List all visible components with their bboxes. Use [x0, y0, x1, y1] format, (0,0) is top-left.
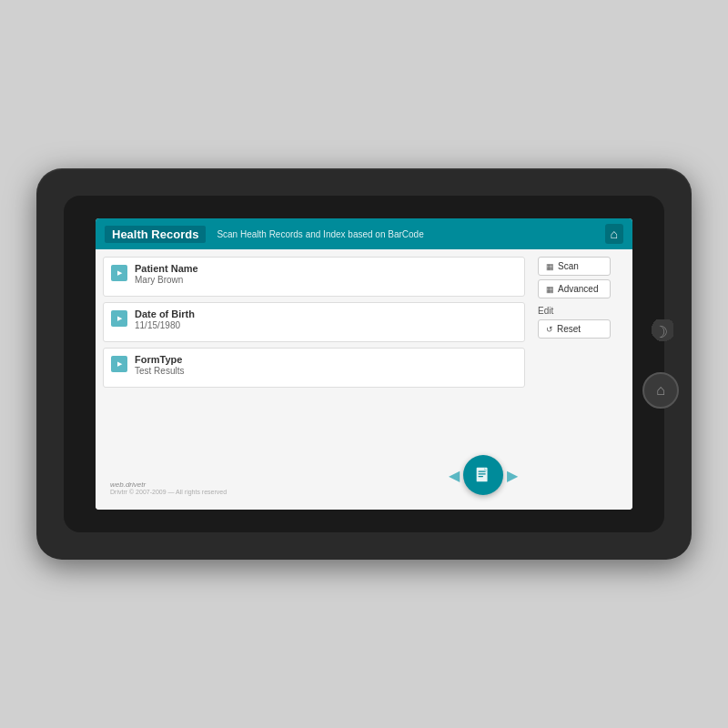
app-header: Health Records Scan Health Records and I…: [96, 218, 632, 249]
device-inner: Health Records Scan Health Records and I…: [64, 196, 664, 532]
formtype-content: FormType Test Results: [135, 354, 517, 376]
advanced-button[interactable]: ▦ Advanced: [538, 279, 611, 298]
reset-button[interactable]: ↺ Reset: [538, 319, 611, 339]
scan-document-icon: [473, 465, 493, 485]
formtype-icon: [111, 356, 127, 372]
patient-name-value: Mary Brown: [135, 275, 517, 285]
formtype-value: Test Results: [135, 366, 517, 376]
dob-icon: [111, 310, 127, 327]
scan-btn-icon: ▦: [546, 262, 554, 271]
dob-value: 11/15/1980: [135, 320, 517, 330]
scan-circle-button[interactable]: [463, 455, 503, 495]
copyright-text: Drivtrr © 2007-2009 — All rights reserve…: [110, 489, 227, 495]
header-home-icon[interactable]: ⌂: [605, 224, 623, 244]
brand-copyright: web.drivetr Drivtrr © 2007-2009 — All ri…: [110, 480, 227, 495]
device-frame: Health Records Scan Health Records and I…: [36, 168, 692, 560]
formtype-row[interactable]: FormType Test Results: [103, 348, 525, 388]
nav-controls: ◀ ▶: [449, 455, 518, 495]
home-button[interactable]: ⌂: [642, 372, 679, 409]
app-subtitle: Scan Health Records and Index based on B…: [217, 229, 604, 239]
svg-rect-1: [479, 470, 486, 471]
footer-area: web.drivetr Drivtrr © 2007-2009 — All ri…: [110, 455, 518, 495]
patient-name-content: Patient Name Mary Brown: [135, 263, 517, 285]
svg-rect-3: [479, 476, 484, 477]
patient-name-icon: [111, 265, 127, 281]
patient-name-label: Patient Name: [135, 263, 517, 274]
device-side-controls: ⌂: [642, 319, 679, 409]
nav-right-arrow[interactable]: ▶: [507, 467, 518, 484]
dob-content: Date of Birth 11/15/1980: [135, 308, 517, 330]
actions-panel: ▦ Scan ▦ Advanced Edit ↺ Reset: [532, 249, 632, 510]
nav-left-arrow[interactable]: ◀: [449, 467, 460, 484]
dob-label: Date of Birth: [135, 308, 517, 319]
moon-button[interactable]: [648, 319, 673, 345]
formtype-label: FormType: [135, 354, 517, 365]
app-title: Health Records: [105, 226, 206, 243]
svg-rect-2: [479, 473, 486, 474]
brand-name: web.drivetr: [110, 480, 227, 489]
scan-button[interactable]: ▦ Scan: [538, 257, 611, 276]
fields-panel: Patient Name Mary Brown Date of Birth 11…: [96, 249, 532, 510]
reset-btn-icon: ↺: [546, 325, 553, 334]
screen: Health Records Scan Health Records and I…: [96, 218, 632, 510]
reset-btn-label: Reset: [557, 324, 581, 334]
scan-btn-label: Scan: [558, 261, 579, 271]
patient-name-row[interactable]: Patient Name Mary Brown: [103, 257, 525, 297]
edit-section-label: Edit: [538, 306, 627, 316]
main-content: Patient Name Mary Brown Date of Birth 11…: [96, 249, 632, 510]
advanced-btn-icon: ▦: [546, 285, 554, 294]
advanced-btn-label: Advanced: [558, 284, 598, 294]
dob-row[interactable]: Date of Birth 11/15/1980: [103, 302, 525, 342]
